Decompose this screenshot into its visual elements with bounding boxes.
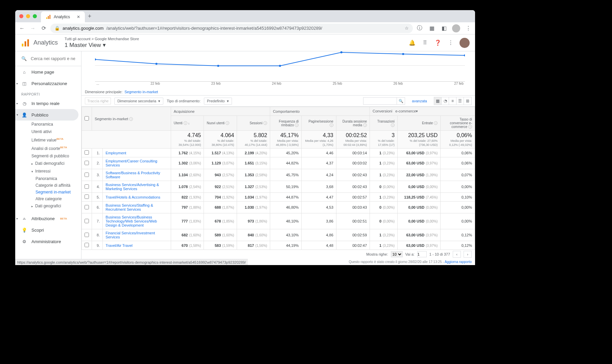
profile-avatar-icon[interactable] [452, 24, 460, 32]
next-page-button[interactable]: › [464, 251, 472, 258]
row-checkbox[interactable] [85, 205, 89, 209]
sidebar-item-realtime[interactable]: ◷In tempo reale [15, 98, 81, 109]
sub-ltv[interactable]: Lifetime valueBETA [15, 135, 81, 144]
svg-point-9 [217, 65, 219, 67]
row-checkbox[interactable] [85, 150, 89, 155]
maximize-window-icon[interactable] [33, 14, 37, 18]
apps-icon[interactable]: ⠿ [421, 39, 429, 47]
sidebar-item-attribution[interactable]: ஃAttribuzioneBETA [15, 213, 81, 224]
sub-segments[interactable]: Segmenti di pubblico [15, 152, 81, 160]
col-duration[interactable]: Durata sessione media? [336, 116, 370, 131]
sort-type-dropdown[interactable]: Predefinito▾ [204, 98, 232, 105]
col-bounce[interactable]: Frequenza di rimbalzo? [270, 116, 302, 131]
goto-page-input[interactable] [417, 251, 427, 257]
refresh-report-link[interactable]: Aggiorna rapporto [445, 260, 472, 264]
view-pie-icon[interactable]: ◔ [442, 97, 449, 105]
col-users[interactable]: Utenti? ↓ [171, 116, 204, 131]
chevron-down-icon: ▾ [416, 109, 418, 113]
row-segment[interactable]: Business Services/Business Technology/We… [103, 213, 171, 229]
col-sessions[interactable]: Sessioni? [237, 116, 270, 131]
sidebar-item-audience[interactable]: 👤Pubblico [15, 109, 78, 121]
minimize-window-icon[interactable] [26, 14, 30, 18]
sub-int-overview[interactable]: Panoramica [15, 175, 81, 182]
sidebar-item-home[interactable]: ⌂Home page [15, 66, 81, 78]
user-avatar[interactable] [460, 38, 470, 48]
sub-interests[interactable]: ▾Interessi [15, 167, 81, 175]
sub-cohort[interactable]: Analisi di coorteBETA [15, 144, 81, 152]
col-transactions[interactable]: Transazioni? [370, 116, 398, 131]
sub-active-users[interactable]: Utenti attivi [15, 128, 81, 135]
svg-rect-0 [46, 17, 47, 19]
row-index: 4. [92, 181, 103, 193]
table-search-input[interactable] [363, 97, 397, 105]
plot-rows-button[interactable]: Traccia righe [85, 98, 111, 104]
row-segment[interactable]: Travel/Hotels & Accommodations [103, 193, 171, 202]
new-tab-button[interactable]: + [85, 13, 94, 20]
lightbulb-icon: 💡 [21, 228, 27, 233]
reload-icon[interactable]: ⟳ [40, 24, 48, 32]
prev-page-button[interactable]: ‹ [453, 251, 461, 258]
sidebar-item-customization[interactable]: ◫Personalizzazione [15, 78, 81, 89]
svg-point-12 [402, 53, 404, 55]
col-revenue[interactable]: Entrate? [398, 116, 441, 131]
sidebar-item-discover[interactable]: 💡Scopri [15, 224, 81, 236]
row-segment[interactable]: Travel/Air Travel [103, 241, 171, 250]
sidebar-item-admin[interactable]: ⚙Amministratore [15, 236, 81, 247]
url-bar: ← → ⟳ 🔒 analytics.google.com/analytics/w… [15, 22, 475, 34]
view-bar-icon[interactable]: ≡ [449, 97, 456, 105]
row-segment[interactable]: Employment/Career Consulting Services [103, 157, 171, 169]
sub-int-other[interactable]: Altre categorie [15, 196, 81, 202]
row-segment[interactable]: Financial Services/Investment Services [103, 229, 171, 241]
view-comparison-icon[interactable]: ☰ [456, 97, 464, 105]
select-all-checkbox[interactable] [85, 116, 89, 121]
row-segment[interactable]: Business Services/Advertising & Marketin… [103, 181, 171, 193]
row-segment[interactable]: Employment [103, 149, 171, 157]
row-index: 6. [92, 202, 103, 213]
menu-icon[interactable]: ⋮ [464, 24, 472, 32]
sub-geo[interactable]: ▸Dati geografici [15, 202, 81, 210]
table-row: 4.Business Services/Advertising & Market… [82, 181, 475, 193]
notifications-icon[interactable]: 🔔 [408, 39, 416, 47]
sidebar-search[interactable]: 🔍 [15, 51, 81, 66]
row-checkbox[interactable] [85, 161, 89, 165]
advanced-filter-link[interactable]: avanzata [412, 99, 427, 103]
row-checkbox[interactable] [85, 194, 89, 199]
star-icon[interactable]: ☆ [405, 26, 409, 31]
search-input[interactable] [31, 56, 75, 61]
col-new-users[interactable]: Nuovi utenti? [204, 116, 237, 131]
row-checkbox[interactable] [85, 173, 89, 177]
kebab-icon[interactable]: ⋮ [447, 39, 455, 47]
close-window-icon[interactable] [19, 14, 23, 18]
address-field[interactable]: 🔒 analytics.google.com/analytics/web/?au… [50, 24, 413, 33]
sub-demographics[interactable]: ▸Dati demografici [15, 160, 81, 167]
row-segment[interactable]: Business Services/Staffing & Recruitment… [103, 202, 171, 213]
row-checkbox[interactable] [85, 243, 89, 247]
conversions-dropdown[interactable]: e-commerce ▾ [393, 109, 420, 114]
sub-int-affinity[interactable]: Categorie di affinità [15, 182, 81, 189]
forward-icon[interactable]: → [29, 24, 37, 32]
info-icon[interactable]: ⓘ [416, 24, 424, 32]
devtools-icon[interactable]: ▦ [428, 24, 436, 32]
rows-per-page-select[interactable]: 10 [391, 251, 403, 257]
table-body: 1.Employment1.762(4,15%)1.517(4,13%)2.19… [82, 149, 475, 250]
view-table-icon[interactable]: ▦ [434, 97, 442, 105]
help-icon[interactable]: ❓ [434, 39, 442, 47]
view-pivot-icon[interactable]: ⊞ [464, 97, 471, 105]
secondary-dimension-dropdown[interactable]: Dimensione secondaria▾ [114, 98, 163, 105]
row-checkbox[interactable] [85, 233, 89, 237]
row-checkbox[interactable] [85, 219, 89, 223]
table-search-button[interactable]: 🔍 [397, 97, 405, 105]
primary-dimension[interactable]: Segmento in-market [124, 90, 158, 94]
breadcrumb[interactable]: Tutti gli account > Google Merchandise S… [65, 37, 139, 41]
extensions-icon[interactable]: ◧ [440, 24, 448, 32]
row-checkbox[interactable] [85, 184, 89, 189]
close-tab-icon[interactable]: ✕ [77, 15, 80, 19]
sub-int-inmarket[interactable]: Segmenti in-market [15, 189, 81, 196]
sub-overview[interactable]: Panoramica [15, 121, 81, 128]
back-icon[interactable]: ← [18, 24, 26, 32]
col-ecr[interactable]: Tasso di conversione e-commerce? [441, 116, 475, 131]
browser-tab[interactable]: Analytics ✕ [41, 11, 85, 22]
col-pps[interactable]: Pagine/sessione? [302, 116, 336, 131]
row-segment[interactable]: Software/Business & Productivity Softwar… [103, 169, 171, 181]
view-selector[interactable]: 1 Master View▾ [65, 42, 139, 49]
